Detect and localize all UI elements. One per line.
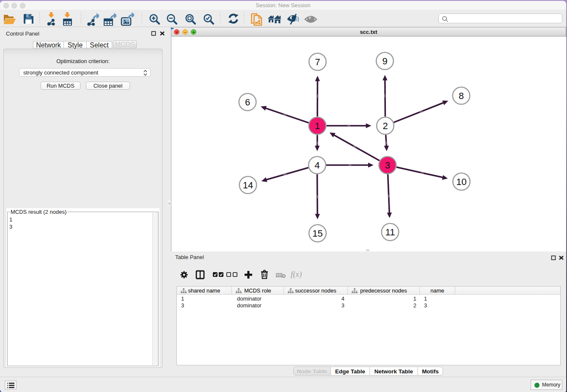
svg-text:11: 11 bbox=[385, 227, 395, 237]
svg-text:7: 7 bbox=[315, 57, 320, 67]
svg-text:2: 2 bbox=[383, 121, 388, 131]
svg-text:10: 10 bbox=[456, 177, 466, 187]
svg-text:1: 1 bbox=[315, 121, 320, 131]
svg-text:3: 3 bbox=[385, 160, 390, 171]
svg-text:8: 8 bbox=[459, 91, 464, 101]
svg-text:14: 14 bbox=[243, 180, 253, 190]
svg-text:15: 15 bbox=[312, 228, 322, 239]
svg-text:4: 4 bbox=[314, 160, 319, 171]
svg-text:9: 9 bbox=[382, 56, 387, 66]
svg-text:6: 6 bbox=[245, 97, 250, 108]
